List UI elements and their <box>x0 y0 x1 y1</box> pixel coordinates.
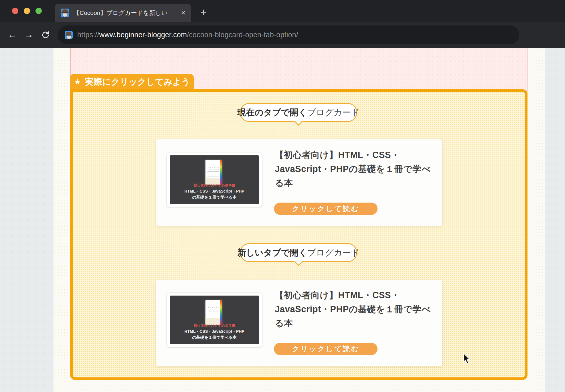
reload-button[interactable] <box>37 27 54 43</box>
blog-card-title: 【初心者向け】HTML・CSS・JavaScript・PHPの基礎を１冊で学べる… <box>275 148 436 190</box>
bubble-label-new-tab: 新しいタブで開く ブログカード <box>240 243 357 262</box>
url-scheme: https:// <box>77 31 99 39</box>
forward-button[interactable]: → <box>21 27 37 43</box>
section-header-label: 実際にクリックしてみよう <box>85 76 190 88</box>
close-window-button[interactable] <box>12 8 18 14</box>
tab-title: 【Cocoon】ブログカードを新しい <box>74 9 178 17</box>
address-bar[interactable]: https://www.beginner-blogger.com/cocoon-… <box>58 25 519 44</box>
close-tab-icon[interactable]: ✕ <box>181 10 186 16</box>
blog-card-new-tab[interactable]: 初心者向けおすすめ参考書 HTML・CSS・JavaScript・PHP の基礎… <box>156 280 442 366</box>
bubble-bold-text: 新しいタブで開く <box>237 247 307 259</box>
thumbnail-image: 初心者向けおすすめ参考書 HTML・CSS・JavaScript・PHP の基礎… <box>170 296 259 344</box>
book-cover-illustration <box>206 160 222 185</box>
thumbnail-caption: 初心者向けおすすめ参考書 HTML・CSS・JavaScript・PHP の基礎… <box>170 323 259 341</box>
blog-card-thumbnail[interactable]: 初心者向けおすすめ参考書 HTML・CSS・JavaScript・PHP の基礎… <box>167 153 262 207</box>
bubble-light-text: ブログカード <box>307 247 360 259</box>
address-bar-favicon <box>65 31 73 39</box>
url-text: https://www.beginner-blogger.com/cocoon-… <box>77 31 298 39</box>
url-path: /cocoon-blogcard-open-tab-option/ <box>187 31 298 39</box>
thumbnail-tag-line: 初心者向けおすすめ参考書 <box>170 183 259 188</box>
read-button[interactable]: クリックして読む <box>274 203 378 215</box>
thumbnail-caption: 初心者向けおすすめ参考書 HTML・CSS・JavaScript・PHP の基礎… <box>170 183 259 201</box>
browser-tab[interactable]: 【Cocoon】ブログカードを新しい ✕ <box>55 4 191 22</box>
zoom-window-button[interactable] <box>35 8 42 14</box>
thumbnail-tag-line: 初心者向けおすすめ参考書 <box>170 323 259 328</box>
thumbnail-image: 初心者向けおすすめ参考書 HTML・CSS・JavaScript・PHP の基礎… <box>170 155 259 204</box>
thumbnail-title-line2: の基礎を１冊で学べる本 <box>170 334 259 341</box>
new-tab-button[interactable]: + <box>196 5 211 19</box>
minimize-window-button[interactable] <box>24 8 30 14</box>
browser-toolbar: ← → https://www.beginner-blogger.com/coc… <box>0 22 565 48</box>
star-icon: ★ <box>74 78 81 86</box>
read-button[interactable]: クリックして読む <box>274 343 378 355</box>
blog-card-current-tab[interactable]: 初心者向けおすすめ参考書 HTML・CSS・JavaScript・PHP の基礎… <box>156 139 442 226</box>
page-left-margin <box>0 48 54 392</box>
bubble-light-text: ブログカード <box>307 107 360 118</box>
web-page: ★ 実際にクリックしてみよう 現在のタブで開く ブログカード 初心者向けおすすめ… <box>0 48 565 392</box>
site-favicon <box>61 9 69 17</box>
blog-card-title: 【初心者向け】HTML・CSS・JavaScript・PHPの基礎を１冊で学べる… <box>275 288 436 330</box>
bubble-label-current-tab: 現在のタブで開く ブログカード <box>240 103 357 122</box>
mouse-cursor <box>463 353 471 366</box>
thumbnail-title-line2: の基礎を１冊で学べる本 <box>170 194 259 201</box>
bubble-bold-text: 現在のタブで開く <box>237 107 307 118</box>
thumbnail-title-line1: HTML・CSS・JavaScript・PHP <box>170 188 259 195</box>
blog-card-thumbnail[interactable]: 初心者向けおすすめ参考書 HTML・CSS・JavaScript・PHP の基礎… <box>167 293 262 347</box>
window-controls <box>12 8 42 14</box>
page-right-margin <box>545 48 565 392</box>
url-host: www.beginner-blogger.com <box>99 31 187 39</box>
thumbnail-title-line1: HTML・CSS・JavaScript・PHP <box>170 328 259 335</box>
tab-strip: 【Cocoon】ブログカードを新しい ✕ + <box>0 0 565 22</box>
section-header: ★ 実際にクリックしてみよう <box>70 74 194 90</box>
book-cover-illustration <box>206 300 222 325</box>
back-button[interactable]: ← <box>4 27 21 43</box>
browser-chrome: 【Cocoon】ブログカードを新しい ✕ + ← → https://www.b… <box>0 0 565 48</box>
